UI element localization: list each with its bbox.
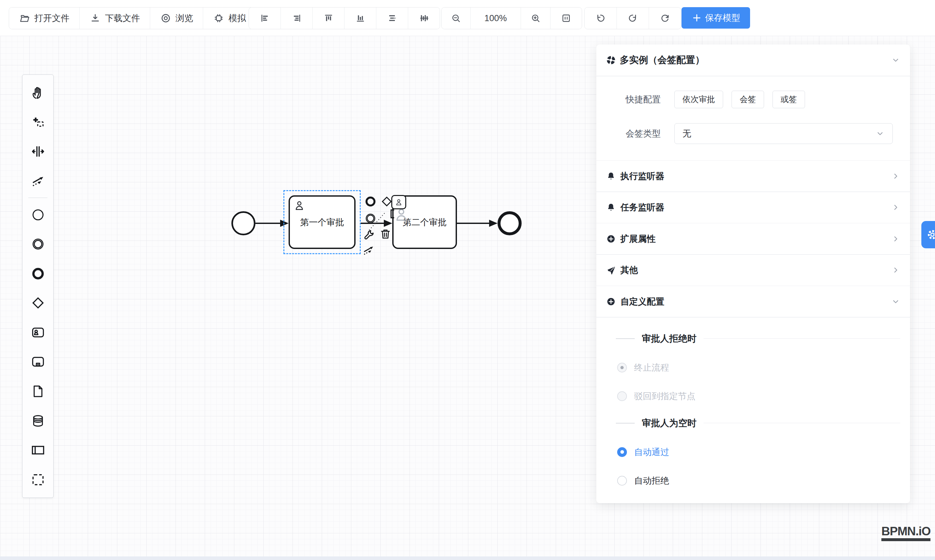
dash xyxy=(616,338,635,339)
section-task-listener[interactable]: 任务监听器 xyxy=(597,192,910,223)
section-extended-properties[interactable]: 扩展属性 xyxy=(597,223,910,254)
radio-circle xyxy=(617,476,627,486)
bpmn-editor-app: 第一个审批 第二个审批 打开文件 xyxy=(0,0,935,560)
trash-icon xyxy=(379,228,392,240)
create-data-object[interactable] xyxy=(22,377,53,406)
task-node-first-approval[interactable]: 第一个审批 xyxy=(289,195,355,249)
settings-tab[interactable] xyxy=(921,221,935,248)
end-event-icon xyxy=(31,266,46,281)
create-subprocess[interactable] xyxy=(22,347,53,377)
section-other[interactable]: 其他 xyxy=(597,255,910,286)
countersign-type-value: 无 xyxy=(683,128,875,139)
append-end-event-icon[interactable] xyxy=(363,194,378,209)
bottom-scrollbar-strip[interactable] xyxy=(0,557,935,560)
create-group[interactable] xyxy=(22,465,53,495)
create-data-store[interactable] xyxy=(22,406,53,435)
radio-return-to-node[interactable]: 驳回到指定节点 xyxy=(617,390,910,402)
change-type-wrench-icon[interactable] xyxy=(362,228,376,242)
align-top-button[interactable] xyxy=(312,8,344,29)
intermediate-event-icon xyxy=(364,212,377,225)
simulate-button[interactable]: 模拟 xyxy=(203,8,256,29)
space-tool[interactable] xyxy=(22,137,53,166)
radio-auto-reject[interactable]: 自动拒绝 xyxy=(617,475,910,486)
save-model-button[interactable]: 保存模型 xyxy=(681,7,750,29)
radio-label: 终止流程 xyxy=(634,362,669,374)
create-participant-pool[interactable] xyxy=(22,435,53,465)
align-center-vertical-button[interactable] xyxy=(408,8,440,29)
open-file-button[interactable]: 打开文件 xyxy=(9,8,79,29)
panel-header[interactable]: 多实例（会签配置） xyxy=(597,45,910,76)
align-center-horizontal-button[interactable] xyxy=(376,8,408,29)
lasso-icon xyxy=(31,115,46,130)
align-bottom-button[interactable] xyxy=(344,8,376,29)
connect-flow-icon[interactable] xyxy=(361,243,376,257)
download-icon xyxy=(89,12,101,24)
radio-auto-pass[interactable]: 自动通过 xyxy=(617,446,910,458)
reject-section-heading: 审批人拒绝时 xyxy=(616,332,900,345)
radio-terminate-process[interactable]: 终止流程 xyxy=(617,362,910,374)
chevron-down-icon[interactable] xyxy=(891,55,900,65)
hand-tool[interactable] xyxy=(22,78,53,108)
append-user-task-badge[interactable] xyxy=(391,195,406,209)
plus-circle-icon xyxy=(606,234,616,244)
align-left-button[interactable] xyxy=(249,8,280,29)
chevron-down-icon xyxy=(875,129,884,138)
zoom-in-button[interactable] xyxy=(521,8,550,29)
global-connect-tool[interactable] xyxy=(22,166,53,196)
bpmn-io-logo[interactable]: BPMN.iO xyxy=(881,525,930,541)
text-annotation-icon xyxy=(386,208,399,220)
data-store-icon xyxy=(31,414,46,428)
history-button-group xyxy=(584,7,681,29)
refresh-button[interactable] xyxy=(649,8,681,29)
hand-icon xyxy=(31,85,46,100)
file-button-group: 打开文件 下载文件 浏览 模拟 xyxy=(9,7,256,29)
user-icon xyxy=(395,198,403,206)
wrench-icon xyxy=(363,228,376,241)
align-right-button[interactable] xyxy=(280,8,312,29)
gateway-icon xyxy=(31,295,46,311)
redo-icon xyxy=(627,13,638,23)
preview-label: 浏览 xyxy=(175,12,193,24)
section-execution-listener[interactable]: 执行监听器 xyxy=(597,160,910,191)
zoom-level-indicator[interactable]: 100% xyxy=(470,8,521,29)
align-center-horizontal-icon xyxy=(387,13,397,23)
download-file-button[interactable]: 下载文件 xyxy=(79,8,150,29)
zoom-in-icon xyxy=(531,13,541,23)
chip-icon xyxy=(213,12,225,24)
create-gateway[interactable] xyxy=(22,288,53,318)
delete-trash-icon[interactable] xyxy=(378,227,392,241)
redo-button[interactable] xyxy=(617,8,649,29)
create-end-event[interactable] xyxy=(22,259,53,288)
countersign-type-label: 会签类型 xyxy=(626,128,674,139)
chevron-right-icon xyxy=(891,234,900,243)
empty-section-heading: 审批人为空时 xyxy=(616,417,900,429)
quick-config-label: 快捷配置 xyxy=(626,94,674,105)
align-center-vertical-icon xyxy=(419,13,429,23)
quick-option-orsign-button[interactable]: 或签 xyxy=(772,91,805,108)
create-user-task[interactable] xyxy=(22,318,53,348)
align-bottom-icon xyxy=(355,13,366,23)
end-event-icon xyxy=(364,195,377,208)
section-custom-config[interactable]: 自定义配置 xyxy=(597,286,910,317)
create-start-event[interactable] xyxy=(22,200,53,229)
fit-viewport-button[interactable] xyxy=(550,8,582,29)
preview-button[interactable]: 浏览 xyxy=(150,8,203,29)
zoom-out-button[interactable] xyxy=(442,8,470,29)
pool-icon xyxy=(31,443,46,458)
group-icon xyxy=(31,472,46,487)
start-event-node[interactable] xyxy=(231,211,255,235)
fit-viewport-icon xyxy=(561,13,571,23)
task-label: 第一个审批 xyxy=(300,217,344,228)
create-intermediate-event[interactable] xyxy=(22,229,53,259)
dash xyxy=(616,423,635,423)
countersign-type-select[interactable]: 无 xyxy=(674,123,893,144)
append-intermediate-event-icon[interactable] xyxy=(363,211,378,226)
refresh-icon xyxy=(660,13,670,23)
end-event-node[interactable] xyxy=(498,211,521,235)
align-right-icon xyxy=(292,13,302,23)
divider xyxy=(597,317,910,317)
undo-button[interactable] xyxy=(585,8,617,29)
quick-option-countersign-button[interactable]: 会签 xyxy=(732,91,764,108)
lasso-tool[interactable] xyxy=(22,108,53,137)
quick-option-sequential-button[interactable]: 依次审批 xyxy=(674,91,723,108)
